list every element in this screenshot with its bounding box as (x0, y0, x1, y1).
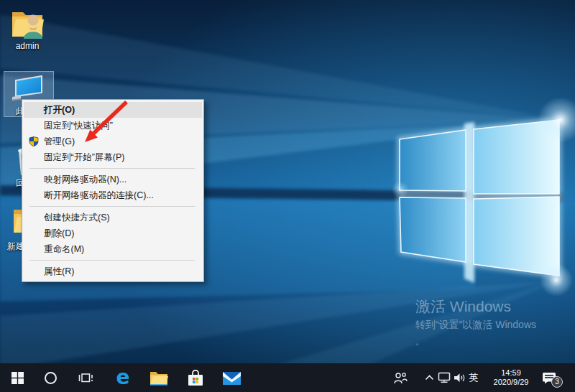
edge-button[interactable]: e (111, 363, 134, 392)
clock-time: 14:59 (487, 368, 535, 378)
menu-item-pin-to-start[interactable]: 固定到“开始”屏幕(P) (24, 149, 202, 165)
menu-separator (29, 260, 195, 261)
mail-icon (222, 370, 242, 386)
network-button[interactable] (436, 363, 452, 392)
cortana-icon (45, 372, 57, 384)
windows-logo-icon (12, 372, 24, 384)
desktop-icon-admin[interactable] (11, 7, 44, 39)
watermark-title: 激活 Windows (415, 298, 536, 315)
activation-watermark: 激活 Windows 转到“设置”以激活 Windows 。 (415, 298, 536, 347)
menu-item-rename[interactable]: 重命名(M) (24, 241, 202, 257)
show-desktop-button[interactable] (568, 363, 575, 392)
desktop: admin 此电脑 回收站 (0, 0, 575, 392)
desktop-icon-admin-label: admin (0, 41, 55, 51)
search-button[interactable] (39, 363, 62, 392)
network-icon (437, 372, 451, 383)
clock[interactable]: 14:59 2020/9/29 (487, 363, 535, 392)
menu-item-map-network-drive[interactable]: 映射网络驱动器(N)... (24, 172, 202, 187)
menu-separator (29, 206, 195, 207)
ime-indicator[interactable]: 英 (466, 363, 481, 392)
monitor-icon (10, 74, 46, 101)
file-explorer-icon (150, 370, 168, 386)
watermark-footnote: 。 (415, 336, 536, 347)
store-icon (187, 370, 204, 386)
tray-chevron-button[interactable] (423, 363, 435, 392)
menu-item-manage[interactable]: 管理(G) (24, 134, 202, 149)
watermark-subtitle: 转到“设置”以激活 Windows (415, 319, 536, 331)
task-view-button[interactable] (74, 363, 97, 392)
menu-item-pin-to-quick-access[interactable]: 固定到“快速访问” (24, 118, 202, 134)
context-menu: 打开(O) 固定到“快速访问” 管理(G) 固定到“开始”屏幕(P) 映射网络驱… (22, 99, 204, 282)
menu-item-delete[interactable]: 删除(D) (24, 225, 202, 241)
chevron-up-icon (425, 375, 434, 381)
clock-date: 2020/9/29 (487, 378, 535, 388)
desktop-icon-this-pc[interactable] (10, 74, 46, 101)
menu-item-create-shortcut[interactable]: 创建快捷方式(S) (24, 210, 202, 225)
volume-button[interactable] (452, 363, 466, 392)
taskbar: e (0, 363, 575, 392)
mail-button[interactable] (219, 363, 244, 392)
people-icon (394, 372, 408, 384)
uac-shield-icon (29, 136, 39, 146)
menu-item-open[interactable]: 打开(O) (24, 102, 202, 118)
speaker-icon (454, 373, 466, 383)
ime-label: 英 (469, 371, 479, 384)
edge-icon: e (116, 363, 130, 392)
task-view-icon (78, 372, 93, 384)
menu-item-properties[interactable]: 属性(R) (24, 263, 202, 279)
start-button[interactable] (6, 363, 29, 392)
store-button[interactable] (184, 363, 207, 392)
user-folder-icon (11, 7, 44, 39)
notification-badge: 3 (551, 376, 563, 388)
menu-item-disconnect-network-drive[interactable]: 断开网络驱动器的连接(C)... (24, 187, 202, 203)
people-button[interactable] (392, 363, 408, 392)
file-explorer-button[interactable] (147, 363, 170, 392)
menu-separator (29, 168, 195, 169)
